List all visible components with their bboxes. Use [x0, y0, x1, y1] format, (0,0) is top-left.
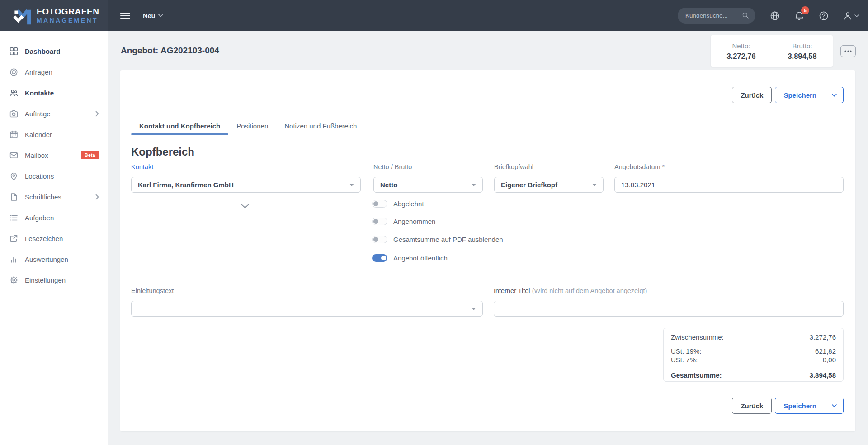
sidebar-item-label: Einstellungen	[25, 276, 66, 284]
briefkopf-label: Briefkopfwahl	[494, 163, 604, 171]
target-icon	[9, 67, 19, 77]
caret-down-icon	[349, 184, 354, 186]
toggle-knob	[381, 256, 386, 260]
more-actions-button[interactable]	[840, 45, 856, 57]
angebot-oeffentlich-toggle-label: Angebot öffentlich	[393, 254, 448, 262]
bottom-action-buttons: Zurück Speichern	[732, 398, 844, 414]
sidebar-item-label: Schriftliches	[25, 193, 61, 201]
save-options-button[interactable]	[825, 87, 843, 103]
new-menu-button[interactable]: Neu	[143, 12, 163, 19]
gear-icon	[9, 275, 19, 285]
save-split-button: Speichern	[775, 87, 844, 103]
summary-label: Zwischensumme:	[671, 333, 724, 341]
sidebar-item-einstellungen[interactable]: Einstellungen	[0, 270, 108, 290]
chevron-right-icon	[95, 111, 99, 117]
new-menu-label: Neu	[143, 12, 155, 19]
netto-label: Netto:	[711, 42, 772, 50]
save-options-button[interactable]	[825, 398, 843, 413]
map-pin-icon	[9, 171, 19, 181]
back-button[interactable]: Zurück	[732, 87, 772, 103]
save-button[interactable]: Speichern	[775, 398, 825, 413]
angebot-oeffentlich-toggle[interactable]	[372, 254, 387, 262]
sidebar-item-label: Aufträge	[25, 110, 51, 118]
brutto-value: 3.894,58	[772, 52, 833, 61]
sidebar-item-dashboard[interactable]: Dashboard	[0, 41, 108, 62]
search-icon	[741, 11, 750, 19]
angebotsdatum-value: 13.03.2021	[621, 181, 655, 189]
angebotsdatum-label: Angebotsdatum *	[614, 163, 844, 171]
brutto-total: Brutto: 3.894,58	[772, 42, 833, 61]
chevron-down-icon	[832, 404, 837, 407]
top-action-buttons: Zurück Speichern	[732, 87, 844, 103]
bar-chart-icon	[9, 255, 19, 264]
angenommen-toggle[interactable]	[372, 218, 387, 225]
interner-titel-input[interactable]	[494, 301, 844, 317]
einleitungstext-select[interactable]	[131, 301, 483, 317]
sidebar-item-label: Kalender	[25, 131, 52, 138]
netto-total: Netto: 3.272,76	[711, 42, 772, 61]
netto-brutto-select[interactable]: Netto	[373, 177, 483, 193]
summary-label: USt. 19%:	[671, 347, 702, 355]
sidebar-item-label: Aufgaben	[25, 214, 54, 222]
user-account-menu[interactable]	[842, 10, 859, 21]
logo-mark-icon	[13, 5, 33, 26]
app-logo[interactable]: FOTOGRAFEN MANAGEMENT	[0, 0, 108, 31]
sidebar-item-label: Kontakte	[25, 89, 54, 97]
briefkopf-select[interactable]: Eigener Briefkopf	[494, 177, 604, 193]
calendar-icon	[9, 130, 19, 139]
caret-down-icon	[472, 308, 476, 310]
toggle-knob	[373, 201, 378, 206]
offer-form-card: Zurück Speichern Kontakt und Kopfbereich…	[120, 70, 855, 431]
sidebar-item-lesezeichen[interactable]: Lesezeichen	[0, 228, 108, 249]
help-icon	[818, 10, 829, 21]
back-button[interactable]: Zurück	[732, 398, 772, 414]
tab-positionen[interactable]: Positionen	[228, 118, 276, 134]
sidebar-item-aufgaben[interactable]: Aufgaben	[0, 207, 108, 228]
language-globe-button[interactable]	[769, 10, 781, 22]
abgelehnt-toggle-label: Abgelehnt	[393, 200, 424, 208]
logo-text-line1: FOTOGRAFEN	[37, 7, 99, 17]
notifications-button[interactable]: 5	[793, 10, 805, 22]
sidebar-item-locations[interactable]: Locations	[0, 166, 108, 186]
sidebar-item-auftraege[interactable]: Aufträge	[0, 103, 108, 124]
sidebar-item-schriftliches[interactable]: Schriftliches	[0, 186, 108, 207]
external-link-icon	[9, 234, 19, 243]
top-navigation-bar: FOTOGRAFEN MANAGEMENT Neu	[0, 0, 868, 31]
toggle-knob	[373, 219, 378, 224]
chevron-down-icon	[854, 14, 859, 17]
einleitungstext-label: Einleitungstext	[131, 287, 483, 295]
section-title: Kopfbereich	[131, 146, 194, 158]
kontakt-field: Kontakt Karl Firma, Kranfirmen GmbH	[131, 163, 361, 193]
section-divider	[131, 393, 844, 393]
netto-brutto-select-value: Netto	[380, 181, 397, 189]
angebotsdatum-field: Angebotsdatum * 13.03.2021	[614, 163, 844, 193]
interner-titel-label-main: Interner Titel	[494, 287, 530, 294]
sidebar-item-kontakte[interactable]: Kontakte	[0, 82, 108, 103]
sidebar-item-label: Auswertungen	[25, 256, 68, 263]
sidebar-item-anfragen[interactable]: Anfragen	[0, 62, 108, 82]
help-button[interactable]	[818, 10, 830, 22]
caret-down-icon	[472, 184, 476, 186]
netto-value: 3.272,76	[711, 52, 772, 61]
angebotsdatum-input[interactable]: 13.03.2021	[614, 177, 844, 193]
sidebar-item-mailbox[interactable]: Mailbox Beta	[0, 145, 108, 166]
summary-label: USt. 7%:	[671, 355, 698, 364]
chevron-right-icon	[95, 194, 99, 200]
toggle-row-gesamtsumme-ausblenden: Gesamtsumme auf PDF ausblenden	[372, 236, 503, 243]
kontakt-select[interactable]: Karl Firma, Kranfirmen GmbH	[131, 177, 361, 193]
sidebar-item-kalender[interactable]: Kalender	[0, 124, 108, 145]
gesamtsumme-ausblenden-toggle[interactable]	[372, 236, 387, 243]
angenommen-toggle-label: Angenommen	[393, 218, 435, 225]
save-button[interactable]: Speichern	[775, 87, 825, 103]
kontakt-label-link[interactable]: Kontakt	[131, 163, 361, 171]
abgelehnt-toggle[interactable]	[372, 200, 387, 208]
form-tabs: Kontakt und Kopfbereich Positionen Notiz…	[131, 118, 844, 134]
menu-toggle-button[interactable]	[118, 9, 132, 23]
tab-kontakt-und-kopfbereich[interactable]: Kontakt und Kopfbereich	[131, 118, 228, 134]
expand-contact-button[interactable]	[241, 203, 250, 210]
sidebar-item-auswertungen[interactable]: Auswertungen	[0, 249, 108, 270]
tab-notizen-und-fussbereich[interactable]: Notizen und Fußbereich	[276, 118, 365, 134]
chevron-down-icon	[241, 204, 250, 208]
globe-icon	[769, 10, 780, 21]
sidebar-item-label: Locations	[25, 172, 54, 180]
